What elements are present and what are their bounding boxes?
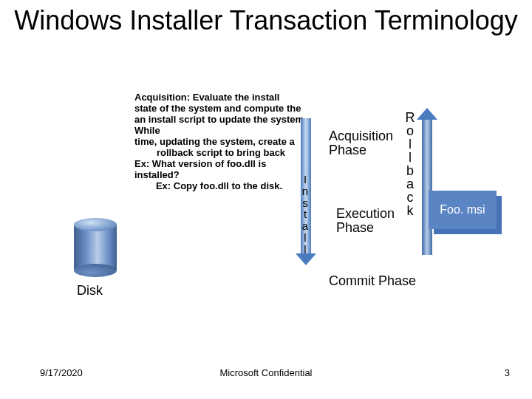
overlay-l2: state of the system and compute the [134,103,316,115]
slide: Windows Installer Transaction Terminolog… [0,0,532,399]
overlay-l3: an install script to update the system. … [134,115,316,137]
overlay-l8-text: Ex: Copy foo.dll to the disk. [156,180,282,191]
overlay-l6: Ex: What version of foo.dll is [134,159,316,170]
commit-phase-label: Commit Phase [329,273,416,289]
slide-title: Windows Installer Transaction Terminolog… [0,6,532,35]
overlay-l7: installed? [134,170,316,181]
disk-cylinder-icon [74,218,117,277]
rollback-label-vertical: Rollback [404,111,416,217]
rollback-arrow-icon [417,118,437,255]
acquisition-phase-label: Acquisition Phase [329,129,393,157]
msi-label: Foo. msi [440,203,485,216]
overlay-l4: time, updating the system, create a [134,137,316,148]
exec2: Phase [336,221,395,235]
acq1: Acquisition [329,129,393,143]
footer-page-number: 3 [505,367,510,378]
acq2: Phase [329,143,393,157]
install-label-vertical: Install [299,174,311,255]
disk-label: Disk [77,283,103,299]
overlay-l8: Ex: Copy foo.dll to the disk. [134,181,316,192]
overlay-l1: Acquisition: Evaluate the install [134,92,316,103]
footer-confidential: Microsoft Confidential [0,367,532,378]
exec1: Execution [336,207,395,221]
overlay-l8-prefix [134,180,156,191]
execution-phase-label: Execution Phase [336,207,395,235]
terminology-text: Acquisition: Evaluate the install state … [134,92,316,191]
msi-box: Foo. msi [429,191,497,229]
overlay-l5: rollback script to bring back [134,148,316,159]
